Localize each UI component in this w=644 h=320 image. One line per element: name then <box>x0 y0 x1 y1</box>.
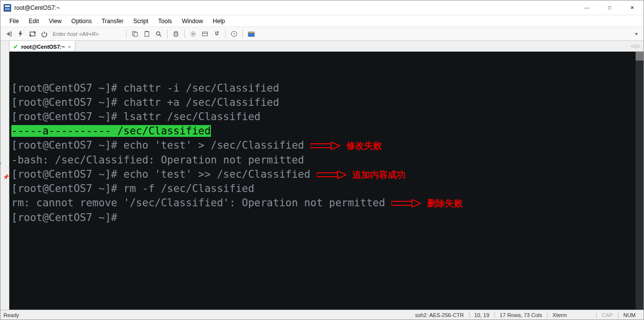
status-connection: ssh2: AES-256-CTR <box>415 312 469 318</box>
annotation: 追加内容成功 <box>352 169 406 179</box>
annotation: 修改失败 <box>346 141 382 151</box>
svg-rect-19 <box>310 144 331 148</box>
toolbar-expand-icon[interactable]: ▾ <box>632 31 641 36</box>
prompt: [root@CentOS7 ~]# <box>11 96 124 108</box>
status-capslock: CAP <box>596 312 618 318</box>
terminal-line: [root@CentOS7 ~]# echo 'test' > /sec/Cla… <box>11 138 642 153</box>
command-text: chattr -i /sec/Classified <box>124 82 279 94</box>
connect-icon[interactable] <box>3 29 14 39</box>
prompt: [root@CentOS7 ~]# <box>11 183 124 194</box>
terminal-line: [root@CentOS7 ~]# chattr -i /sec/Classif… <box>11 81 642 96</box>
menu-options[interactable]: Options <box>68 17 96 26</box>
terminal-line: -----a---------- /sec/Classified <box>11 124 642 138</box>
svg-rect-20 <box>317 173 338 177</box>
command-text: chattr +a /sec/Classified <box>124 96 279 108</box>
scrollbar-thumb[interactable] <box>636 52 644 61</box>
toolbar-separator <box>242 30 243 38</box>
status-cursor-pos: 10, 19 <box>469 312 495 318</box>
app-icon <box>3 4 11 12</box>
output-text: rm: cannot remove '/sec/Classified': Ope… <box>11 197 385 209</box>
svg-rect-1 <box>5 5 10 7</box>
terminal-column: ✔ root@CentOS7:~ × ◁ ▷ [root@CentOS7 ~]#… <box>9 41 644 310</box>
session-manager-panel[interactable]: 📌 Session Manager <box>0 41 9 310</box>
host-input[interactable] <box>51 29 123 39</box>
svg-rect-13 <box>203 32 207 36</box>
svg-rect-3 <box>10 32 11 36</box>
copy-icon[interactable] <box>130 29 140 39</box>
menu-window[interactable]: Window <box>178 17 207 26</box>
menu-script[interactable]: Script <box>129 17 152 26</box>
menu-file[interactable]: File <box>5 17 23 26</box>
help-icon[interactable]: ? <box>229 29 239 39</box>
svg-point-8 <box>157 32 160 35</box>
command-text: echo 'test' >> /sec/Classified <box>124 168 310 180</box>
menu-transfer[interactable]: Transfer <box>98 17 127 26</box>
svg-rect-2 <box>5 8 10 10</box>
settings-icon[interactable] <box>188 29 199 39</box>
command-text: echo 'test' > /sec/Classified <box>124 139 305 151</box>
tab-next-icon[interactable]: ▷ <box>637 43 641 49</box>
print-icon[interactable] <box>170 29 181 39</box>
menu-view[interactable]: View <box>45 17 66 26</box>
reconnect-icon[interactable] <box>27 29 38 39</box>
toolbar-separator <box>167 30 168 38</box>
tab-bar: ✔ root@CentOS7:~ × ◁ ▷ <box>9 41 644 52</box>
session-options-icon[interactable] <box>200 29 210 39</box>
find-icon[interactable] <box>153 29 164 39</box>
tab-close-button[interactable]: × <box>68 44 71 50</box>
terminal-line: [root@CentOS7 ~]# echo 'test' >> /sec/Cl… <box>11 167 642 182</box>
svg-rect-21 <box>391 201 412 205</box>
close-button[interactable]: ✕ <box>621 0 644 15</box>
paste-icon[interactable] <box>141 29 152 39</box>
highlighted-output: -----a---------- /sec/Classified <box>11 125 211 137</box>
pin-icon[interactable]: 📌 <box>3 174 9 180</box>
command-text: rm -f /sec/Classified <box>124 183 255 194</box>
menu-bar: File Edit View Options Transfer Script T… <box>0 15 644 27</box>
toolbar-separator <box>126 30 127 38</box>
prompt: [root@CentOS7 ~]# <box>11 82 124 94</box>
svg-rect-7 <box>146 31 148 32</box>
status-dimensions: 17 Rows, 73 Cols <box>494 312 547 318</box>
tab-prev-icon[interactable]: ◁ <box>631 43 635 49</box>
svg-text:?: ? <box>233 32 236 36</box>
tab-session[interactable]: ✔ root@CentOS7:~ × <box>9 41 75 51</box>
annotation: 删除失败 <box>427 198 463 208</box>
title-bar: root@CentOS7:~ — □ ✕ <box>0 0 644 15</box>
toolbar-separator <box>184 30 185 38</box>
terminal-line: [root@CentOS7 ~]# lsattr /sec/Classified <box>11 110 642 124</box>
prompt: [root@CentOS7 ~]# <box>11 212 124 224</box>
terminal-line: [root@CentOS7 ~]# rm -f /sec/Classified <box>11 182 642 196</box>
arrow-icon <box>391 199 421 207</box>
prompt: [root@CentOS7 ~]# <box>11 168 124 180</box>
prompt: [root@CentOS7 ~]# <box>11 139 124 151</box>
status-ready: Ready <box>3 310 415 320</box>
keymap-icon[interactable] <box>211 29 222 39</box>
window-controls: — □ ✕ <box>576 0 644 15</box>
terminal[interactable]: [root@CentOS7 ~]# chattr -i /sec/Classif… <box>9 52 644 310</box>
svg-rect-10 <box>174 32 177 33</box>
securefx-icon[interactable] <box>246 29 257 39</box>
minimize-button[interactable]: — <box>576 0 598 15</box>
menu-edit[interactable]: Edit <box>25 17 43 26</box>
output-text: -bash: /sec/Classified: Operation not pe… <box>11 154 304 166</box>
maximize-button[interactable]: □ <box>598 0 621 15</box>
status-terminal-type: Xterm <box>547 312 596 318</box>
menu-tools[interactable]: Tools <box>154 17 176 26</box>
arrow-icon <box>310 142 340 150</box>
svg-point-12 <box>192 33 194 35</box>
command-text: lsattr /sec/Classified <box>124 111 261 123</box>
terminal-line: -bash: /sec/Classified: Operation not pe… <box>11 153 642 167</box>
arrow-icon <box>317 171 346 179</box>
disconnect-icon[interactable] <box>39 29 50 39</box>
status-bar: Ready ssh2: AES-256-CTR 10, 19 17 Rows, … <box>0 310 644 320</box>
terminal-scrollbar[interactable] <box>636 52 644 310</box>
menu-help[interactable]: Help <box>209 17 229 26</box>
check-icon: ✔ <box>13 43 18 50</box>
main-area: 📌 Session Manager ✔ root@CentOS7:~ × ◁ ▷… <box>0 41 644 310</box>
svg-rect-5 <box>134 32 137 36</box>
terminal-line: rm: cannot remove '/sec/Classified': Ope… <box>11 196 642 211</box>
toolbar: ? ▾ <box>0 27 644 41</box>
quick-connect-icon[interactable] <box>15 29 26 39</box>
svg-rect-11 <box>174 35 177 36</box>
svg-rect-6 <box>145 32 149 36</box>
